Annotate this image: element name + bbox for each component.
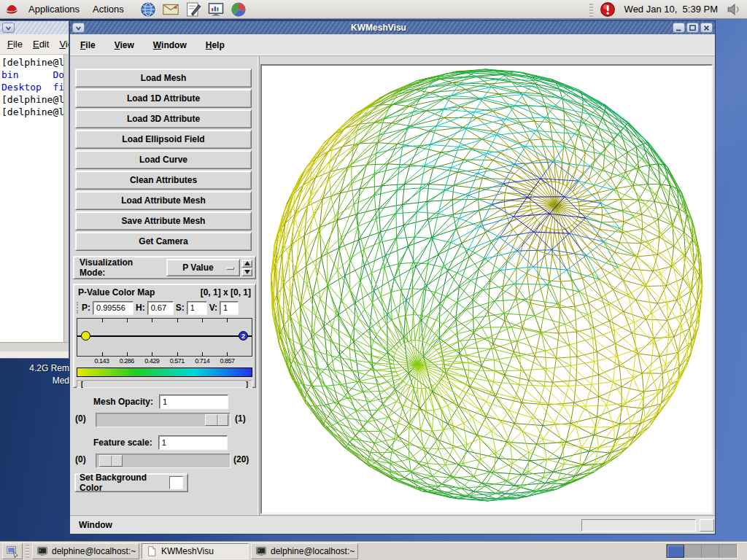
web-browser-launcher[interactable] xyxy=(139,1,157,18)
canvas-tick xyxy=(152,352,152,356)
load-attribute-mesh-button[interactable]: Load Attribute Mesh xyxy=(75,191,252,210)
canvas-tick xyxy=(102,319,103,322)
taskbar-grip[interactable] xyxy=(26,545,29,558)
panel-sash[interactable] xyxy=(258,56,260,516)
taskbar-button-kwmeshvisu[interactable]: KWMeshVisu xyxy=(142,543,249,559)
canvas-tick xyxy=(127,319,128,322)
canvas-tick xyxy=(102,352,103,356)
terminal-menu-edit[interactable]: Edit xyxy=(33,39,49,50)
canvas-tick xyxy=(127,352,128,356)
feature-scale-entry[interactable]: 1 xyxy=(158,435,228,450)
colormap-panel: P-Value Color Map [0, 1] x [0, 1] P:0.99… xyxy=(73,284,256,388)
terminal-window-menu-button[interactable] xyxy=(2,23,15,33)
panel-menu-applications[interactable]: Applications xyxy=(23,2,85,16)
terminal-menu-file[interactable]: File xyxy=(7,39,23,50)
app-menu-help[interactable]: Help xyxy=(206,40,225,50)
taskbar-button-delphine-localhost[interactable]: delphine@localhost:~ xyxy=(251,543,358,559)
maximize-button[interactable] xyxy=(686,23,699,33)
transfer-function-editor[interactable]: 2 xyxy=(77,318,252,357)
terminal-menu-view[interactable]: View xyxy=(59,39,69,50)
background-color-swatch[interactable] xyxy=(169,476,183,489)
app-title: KWMeshVisu xyxy=(86,23,671,33)
field-entry-p[interactable]: 0.99556 xyxy=(93,301,133,315)
alert-notification-icon[interactable] xyxy=(600,1,616,18)
spreadsheet-launcher[interactable] xyxy=(230,1,247,18)
show-desktop-button[interactable] xyxy=(2,543,23,559)
workspace-4[interactable] xyxy=(719,545,737,558)
panel-clock[interactable]: Wed Jan 10, 5:39 PM xyxy=(619,4,724,15)
visualization-mode-frame: Visualization Mode: P Value xyxy=(73,256,256,279)
control-panel: Load MeshLoad 1D AttributeLoad 3D Attrib… xyxy=(73,56,257,516)
terminal-titlebar[interactable] xyxy=(0,21,69,34)
terminal-body[interactable]: [delphine@lbin DoDesktop fi[delphine@l[d… xyxy=(0,55,69,342)
get-camera-button[interactable]: Get Camera xyxy=(75,232,252,251)
desktop-icon-label-line1: 4.2G Rem xyxy=(0,362,69,375)
range-left-handle[interactable]: [ xyxy=(78,381,86,387)
workspace-3[interactable] xyxy=(702,545,719,558)
load-curve-button[interactable]: Load Curve xyxy=(75,150,252,169)
app-menu-view[interactable]: View xyxy=(115,40,134,50)
axis-tick-label: 0.571 xyxy=(170,357,185,365)
range-right-handle[interactable]: ] xyxy=(243,381,251,387)
colormap-range-scrollbar[interactable]: [ ] xyxy=(77,380,252,388)
canvas-tick xyxy=(152,319,152,322)
taskbar-button-label: KWMeshVisu xyxy=(161,546,214,556)
mesh-opacity-entry[interactable]: 1 xyxy=(159,394,228,409)
presentation-launcher[interactable] xyxy=(207,1,225,18)
terminal-line: bin Do xyxy=(1,69,68,81)
transfer-node-right[interactable]: 2 xyxy=(239,331,248,341)
desktop-icon-label: 4.2G Rem Med xyxy=(0,362,69,387)
terminal-scrollbar[interactable] xyxy=(63,55,69,342)
spreadsheet-icon xyxy=(230,1,247,18)
redhat-menu-icon[interactable] xyxy=(4,1,20,18)
terminal-icon xyxy=(255,545,267,557)
app-window-menu-button[interactable] xyxy=(72,23,85,33)
field-entry-v[interactable]: 1 xyxy=(220,301,239,315)
app-statusbar: Window xyxy=(70,516,715,534)
taskbar-button-delphine-localhost[interactable]: delphine@localhost:~ xyxy=(32,543,139,559)
visualization-mode-value: P Value xyxy=(182,262,213,273)
email-launcher[interactable] xyxy=(162,1,179,18)
transfer-node-left[interactable] xyxy=(81,331,90,341)
arrow-down-icon xyxy=(244,270,250,274)
minimize-button[interactable] xyxy=(673,23,685,33)
feature-scale-slider[interactable] xyxy=(96,454,231,468)
close-button[interactable] xyxy=(700,23,713,33)
canvas-tick xyxy=(227,352,228,356)
workspace-2[interactable] xyxy=(684,545,702,558)
save-attribute-mesh-button[interactable]: Save Attribute Mesh xyxy=(75,211,252,230)
clean-attributes-button[interactable]: Clean Attributes xyxy=(75,171,252,190)
action-buttons: Load MeshLoad 1D AttributeLoad 3D Attrib… xyxy=(73,69,257,251)
render-viewport[interactable] xyxy=(260,64,713,514)
mesh-opacity-value: 1 xyxy=(163,397,167,406)
word-processor-launcher[interactable] xyxy=(185,1,202,18)
load-mesh-button[interactable]: Load Mesh xyxy=(75,69,252,88)
set-background-color-button[interactable]: Set Background Color xyxy=(74,473,188,492)
mesh-opacity-slider[interactable] xyxy=(96,413,231,427)
workspace-1[interactable] xyxy=(667,545,684,558)
load-1d-attribute-button[interactable]: Load 1D Attribute xyxy=(75,89,252,108)
web-browser-icon xyxy=(139,1,157,18)
app-menu-window[interactable]: Window xyxy=(153,40,187,50)
fields-grip[interactable] xyxy=(77,302,79,314)
load-3d-attribute-button[interactable]: Load 3D Attribute xyxy=(75,109,252,128)
colormap-title: P-Value Color Map xyxy=(78,287,155,298)
app-titlebar[interactable]: KWMeshVisu xyxy=(70,21,715,34)
feature-scale-row: Feature scale: 1 xyxy=(93,435,228,450)
visualization-mode-dropdown[interactable]: P Value xyxy=(166,259,240,276)
load-ellipsoid-field-button[interactable]: Load Ellipsoid Field xyxy=(75,130,252,149)
volume-icon[interactable] xyxy=(727,1,743,18)
app-menu-file[interactable]: File xyxy=(80,40,96,50)
spin-down-button[interactable] xyxy=(241,268,252,276)
field-entry-h[interactable]: 0.67 xyxy=(147,301,174,315)
terminal-icon xyxy=(36,545,48,557)
panel-menu-actions[interactable]: Actions xyxy=(88,2,129,16)
feature-scale-slider-handle[interactable] xyxy=(99,455,123,467)
app-menubar: FileViewWindowHelp xyxy=(70,34,715,56)
field-entry-s[interactable]: 1 xyxy=(187,301,207,315)
status-label: Window xyxy=(79,520,112,530)
mesh-opacity-slider-handle[interactable] xyxy=(205,414,228,426)
status-resize-grip[interactable] xyxy=(700,519,714,532)
spin-up-button[interactable] xyxy=(241,260,252,268)
panel-grip[interactable] xyxy=(589,2,593,17)
